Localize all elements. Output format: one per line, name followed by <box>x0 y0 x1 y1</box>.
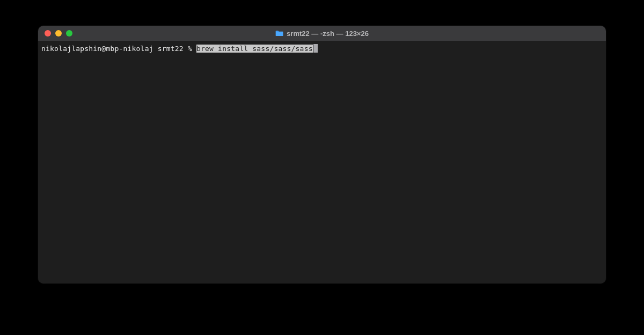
title-bar[interactable]: srmt22 — -zsh — 123×26 <box>38 26 606 41</box>
window-title: srmt22 — -zsh — 123×26 <box>275 30 369 38</box>
maximize-button[interactable] <box>66 30 72 37</box>
terminal-window: srmt22 — -zsh — 123×26 nikolajlapshin@mb… <box>38 26 606 283</box>
command-text: brew install sass/sass/sass <box>196 45 313 53</box>
terminal-body[interactable]: nikolajlapshin@mbp-nikolaj srmt22 % brew… <box>38 41 606 283</box>
cursor <box>313 44 318 53</box>
shell-prompt: nikolajlapshin@mbp-nikolaj srmt22 % <box>41 45 196 53</box>
traffic-lights <box>38 30 72 37</box>
close-button[interactable] <box>45 30 51 37</box>
window-title-text: srmt22 — -zsh — 123×26 <box>287 30 369 38</box>
folder-icon <box>275 30 283 37</box>
minimize-button[interactable] <box>55 30 62 37</box>
